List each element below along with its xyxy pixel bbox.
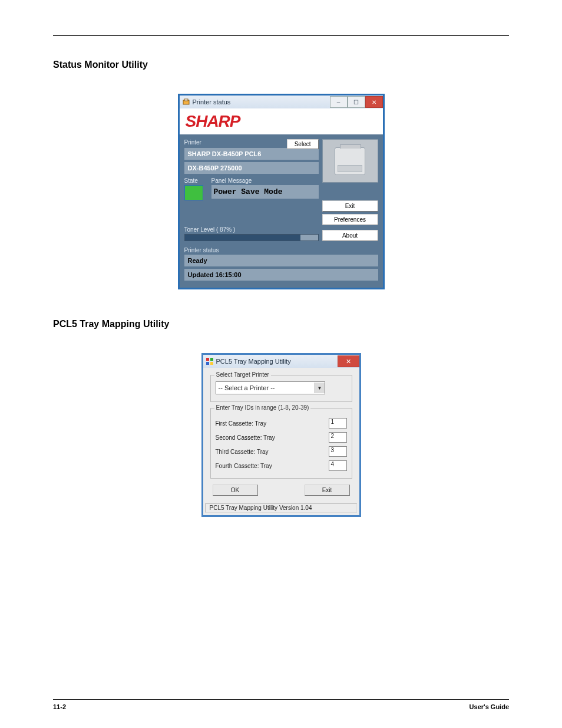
printer-select[interactable]: -- Select a Printer -- ▼ xyxy=(216,381,325,394)
printer-status-label: Printer status xyxy=(184,247,378,253)
window-titlebar[interactable]: Printer status – ☐ ✕ xyxy=(180,95,383,108)
select-button[interactable]: Select xyxy=(287,139,319,149)
panel-message-value: Power Save Mode xyxy=(211,185,319,199)
svg-rect-1 xyxy=(184,99,188,101)
tray-row: Second Cassette: Tray 2 xyxy=(216,432,347,443)
ok-button[interactable]: OK xyxy=(213,485,258,496)
tray-label: Third Cassette: Tray xyxy=(216,449,269,455)
pcl5-window-title: PCL5 Tray Mapping Utility xyxy=(216,358,291,365)
state-indicator xyxy=(184,185,203,200)
preferences-button[interactable]: Preferences xyxy=(322,214,378,225)
minimize-button[interactable]: – xyxy=(330,96,348,108)
exit-button[interactable]: Exit xyxy=(305,485,350,496)
pcl5-app-icon xyxy=(206,357,214,365)
tray-input-4[interactable]: 4 xyxy=(329,460,347,471)
close-button[interactable]: ✕ xyxy=(365,96,383,108)
printer-name-1: SHARP DX-B450P PCL6 xyxy=(184,148,319,160)
app-icon xyxy=(182,98,190,106)
select-target-legend: Select Target Printer xyxy=(214,371,271,378)
heading-status-monitor: Status Monitor Utility xyxy=(53,60,509,70)
printer-status-window: Printer status – ☐ ✕ SHARP Printer Selec… xyxy=(178,94,385,289)
tray-row: Third Cassette: Tray 3 xyxy=(216,446,347,457)
tray-label: Second Cassette: Tray xyxy=(216,434,275,441)
sharp-logo: SHARP xyxy=(180,108,383,134)
panel-message-label: Panel Message xyxy=(211,177,319,184)
guide-label: User's Guide xyxy=(470,703,509,710)
tray-input-3[interactable]: 3 xyxy=(329,446,347,457)
svg-rect-2 xyxy=(206,358,209,361)
updated-time: Updated 16:15:00 xyxy=(184,269,378,281)
printer-label: Printer xyxy=(184,139,201,146)
printer-status-value: Ready xyxy=(184,255,378,266)
toner-level-bar xyxy=(184,234,319,241)
printer-select-value: -- Select a Printer -- xyxy=(219,384,275,391)
page-footer: 11-2 User's Guide xyxy=(53,699,509,710)
chevron-down-icon: ▼ xyxy=(315,383,325,393)
page-number: 11-2 xyxy=(53,703,66,710)
tray-label: Fourth Cassette: Tray xyxy=(216,463,272,469)
state-label: State xyxy=(184,177,208,184)
toner-level-label: Toner Level ( 87% ) xyxy=(184,226,319,233)
pcl5-titlebar[interactable]: PCL5 Tray Mapping Utility ✕ xyxy=(203,355,359,368)
exit-button[interactable]: Exit xyxy=(322,200,378,212)
pcl5-close-button[interactable]: ✕ xyxy=(338,355,359,367)
tray-row: First Cassette: Tray 1 xyxy=(216,418,347,429)
printer-name-2: DX-B450P 275000 xyxy=(184,162,319,174)
printer-image xyxy=(322,139,378,183)
svg-rect-5 xyxy=(210,362,213,365)
maximize-button[interactable]: ☐ xyxy=(348,96,365,108)
select-target-printer-group: Select Target Printer -- Select a Printe… xyxy=(210,375,352,402)
pcl5-window: PCL5 Tray Mapping Utility ✕ Select Targe… xyxy=(201,353,361,517)
tray-label: First Cassette: Tray xyxy=(216,420,267,427)
tray-ids-group: Enter Tray IDs in range (1-8, 20-39) Fir… xyxy=(210,408,352,479)
tray-input-2[interactable]: 2 xyxy=(329,432,347,443)
svg-rect-3 xyxy=(210,358,213,361)
svg-rect-4 xyxy=(206,362,209,365)
tray-ids-legend: Enter Tray IDs in range (1-8, 20-39) xyxy=(214,404,311,411)
tray-row: Fourth Cassette: Tray 4 xyxy=(216,460,347,471)
pcl5-version-footer: PCL5 Tray Mapping Utility Version 1.04 xyxy=(206,503,357,513)
tray-input-1[interactable]: 1 xyxy=(329,418,347,429)
about-button[interactable]: About xyxy=(322,230,378,241)
heading-pcl5: PCL5 Tray Mapping Utility xyxy=(53,319,509,330)
top-rule xyxy=(53,35,509,36)
window-title: Printer status xyxy=(193,98,231,106)
